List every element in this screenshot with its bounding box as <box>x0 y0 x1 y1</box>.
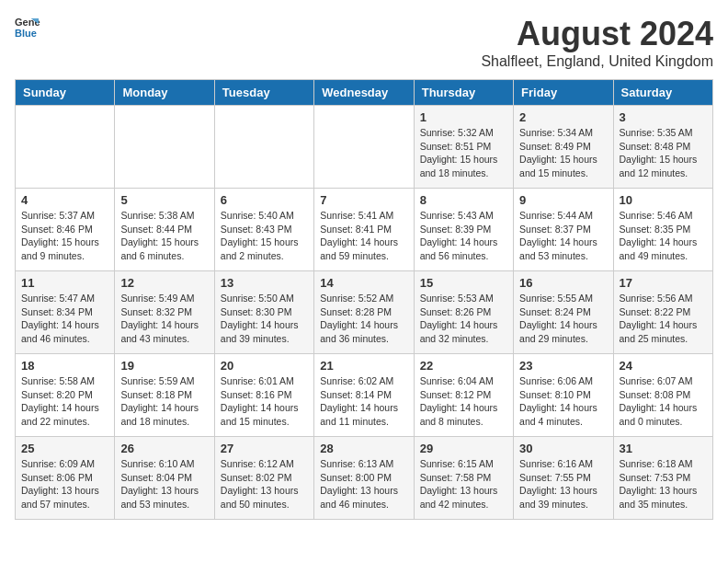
day-number: 9 <box>519 193 607 207</box>
day-number: 3 <box>620 110 707 124</box>
main-title: August 2024 <box>481 15 713 53</box>
day-info: Sunrise: 5:34 AM Sunset: 8:49 PM Dayligh… <box>519 126 607 180</box>
day-number: 23 <box>519 359 607 373</box>
calendar-cell <box>16 106 115 189</box>
day-number: 1 <box>420 110 507 124</box>
day-number: 5 <box>120 193 208 207</box>
calendar-week-row: 1Sunrise: 5:32 AM Sunset: 8:51 PM Daylig… <box>16 106 713 189</box>
day-info: Sunrise: 5:40 AM Sunset: 8:43 PM Dayligh… <box>221 209 308 263</box>
day-info: Sunrise: 5:47 AM Sunset: 8:34 PM Dayligh… <box>21 292 108 346</box>
day-number: 11 <box>21 276 108 290</box>
day-info: Sunrise: 5:50 AM Sunset: 8:30 PM Dayligh… <box>221 292 308 346</box>
calendar-cell: 19Sunrise: 5:59 AM Sunset: 8:18 PM Dayli… <box>115 354 214 437</box>
calendar-week-row: 25Sunrise: 6:09 AM Sunset: 8:06 PM Dayli… <box>16 437 713 520</box>
header: General Blue August 2024 Shalfleet, Engl… <box>15 15 713 70</box>
calendar-week-row: 18Sunrise: 5:58 AM Sunset: 8:20 PM Dayli… <box>16 354 713 437</box>
calendar-cell: 31Sunrise: 6:18 AM Sunset: 7:53 PM Dayli… <box>613 437 712 520</box>
day-info: Sunrise: 6:15 AM Sunset: 7:58 PM Dayligh… <box>420 457 507 511</box>
day-info: Sunrise: 5:49 AM Sunset: 8:32 PM Dayligh… <box>120 292 208 346</box>
day-number: 24 <box>620 359 707 373</box>
calendar-week-row: 11Sunrise: 5:47 AM Sunset: 8:34 PM Dayli… <box>16 271 713 354</box>
day-number: 15 <box>420 276 507 290</box>
day-number: 19 <box>120 359 208 373</box>
day-number: 14 <box>320 276 407 290</box>
calendar-cell: 23Sunrise: 6:06 AM Sunset: 8:10 PM Dayli… <box>514 354 613 437</box>
day-info: Sunrise: 6:06 AM Sunset: 8:10 PM Dayligh… <box>519 374 607 429</box>
day-number: 26 <box>120 442 208 455</box>
day-info: Sunrise: 6:13 AM Sunset: 8:00 PM Dayligh… <box>320 457 407 511</box>
day-of-week-header: Monday <box>115 80 214 106</box>
sub-title: Shalfleet, England, United Kingdom <box>481 53 713 70</box>
day-number: 18 <box>21 359 108 373</box>
day-info: Sunrise: 5:56 AM Sunset: 8:22 PM Dayligh… <box>620 292 707 346</box>
day-info: Sunrise: 6:07 AM Sunset: 8:08 PM Dayligh… <box>620 374 707 429</box>
day-info: Sunrise: 5:41 AM Sunset: 8:41 PM Dayligh… <box>320 209 407 263</box>
day-of-week-header: Tuesday <box>214 80 313 106</box>
calendar-cell <box>115 106 214 189</box>
day-number: 17 <box>620 276 707 290</box>
calendar-cell: 9Sunrise: 5:44 AM Sunset: 8:37 PM Daylig… <box>514 189 613 271</box>
calendar-cell: 26Sunrise: 6:10 AM Sunset: 8:04 PM Dayli… <box>115 437 214 520</box>
calendar-cell: 1Sunrise: 5:32 AM Sunset: 8:51 PM Daylig… <box>414 106 513 189</box>
svg-text:Blue: Blue <box>15 28 37 39</box>
day-info: Sunrise: 5:43 AM Sunset: 8:39 PM Dayligh… <box>420 209 507 263</box>
day-info: Sunrise: 5:58 AM Sunset: 8:20 PM Dayligh… <box>21 374 108 429</box>
calendar-cell: 10Sunrise: 5:46 AM Sunset: 8:35 PM Dayli… <box>613 189 712 271</box>
day-number: 7 <box>320 193 407 207</box>
day-number: 20 <box>221 359 308 373</box>
day-info: Sunrise: 5:52 AM Sunset: 8:28 PM Dayligh… <box>320 292 407 346</box>
day-number: 29 <box>420 442 507 455</box>
day-info: Sunrise: 6:01 AM Sunset: 8:16 PM Dayligh… <box>221 374 308 429</box>
calendar-cell: 8Sunrise: 5:43 AM Sunset: 8:39 PM Daylig… <box>414 189 513 271</box>
calendar-cell: 30Sunrise: 6:16 AM Sunset: 7:55 PM Dayli… <box>514 437 613 520</box>
calendar-cell: 13Sunrise: 5:50 AM Sunset: 8:30 PM Dayli… <box>214 271 313 354</box>
calendar-cell: 21Sunrise: 6:02 AM Sunset: 8:14 PM Dayli… <box>314 354 414 437</box>
day-info: Sunrise: 5:59 AM Sunset: 8:18 PM Dayligh… <box>120 374 208 429</box>
day-info: Sunrise: 5:44 AM Sunset: 8:37 PM Dayligh… <box>519 209 607 263</box>
calendar-table: SundayMondayTuesdayWednesdayThursdayFrid… <box>15 79 713 520</box>
day-of-week-header: Sunday <box>16 80 115 106</box>
calendar-cell: 28Sunrise: 6:13 AM Sunset: 8:00 PM Dayli… <box>314 437 414 520</box>
day-number: 12 <box>120 276 208 290</box>
day-info: Sunrise: 6:16 AM Sunset: 7:55 PM Dayligh… <box>519 457 607 511</box>
calendar-cell: 27Sunrise: 6:12 AM Sunset: 8:02 PM Dayli… <box>214 437 313 520</box>
day-of-week-header: Saturday <box>613 80 712 106</box>
day-info: Sunrise: 6:09 AM Sunset: 8:06 PM Dayligh… <box>21 457 108 511</box>
calendar-cell: 12Sunrise: 5:49 AM Sunset: 8:32 PM Dayli… <box>115 271 214 354</box>
calendar-cell: 25Sunrise: 6:09 AM Sunset: 8:06 PM Dayli… <box>16 437 115 520</box>
calendar-cell: 15Sunrise: 5:53 AM Sunset: 8:26 PM Dayli… <box>414 271 513 354</box>
day-number: 10 <box>620 193 707 207</box>
calendar-cell: 20Sunrise: 6:01 AM Sunset: 8:16 PM Dayli… <box>214 354 313 437</box>
day-info: Sunrise: 6:04 AM Sunset: 8:12 PM Dayligh… <box>420 374 507 429</box>
title-area: August 2024 Shalfleet, England, United K… <box>481 15 713 70</box>
calendar-cell: 6Sunrise: 5:40 AM Sunset: 8:43 PM Daylig… <box>214 189 313 271</box>
day-info: Sunrise: 5:32 AM Sunset: 8:51 PM Dayligh… <box>420 126 507 180</box>
day-of-week-header: Thursday <box>414 80 513 106</box>
day-info: Sunrise: 5:38 AM Sunset: 8:44 PM Dayligh… <box>120 209 208 263</box>
logo-icon: General Blue <box>15 15 40 40</box>
day-of-week-header: Wednesday <box>314 80 414 106</box>
calendar-cell: 4Sunrise: 5:37 AM Sunset: 8:46 PM Daylig… <box>16 189 115 271</box>
day-info: Sunrise: 6:12 AM Sunset: 8:02 PM Dayligh… <box>221 457 308 511</box>
day-number: 21 <box>320 359 407 373</box>
calendar-header-row: SundayMondayTuesdayWednesdayThursdayFrid… <box>16 80 713 106</box>
day-number: 16 <box>519 276 607 290</box>
day-number: 8 <box>420 193 507 207</box>
day-number: 22 <box>420 359 507 373</box>
day-number: 27 <box>221 442 308 455</box>
day-number: 4 <box>21 193 108 207</box>
calendar-cell: 14Sunrise: 5:52 AM Sunset: 8:28 PM Dayli… <box>314 271 414 354</box>
day-info: Sunrise: 5:53 AM Sunset: 8:26 PM Dayligh… <box>420 292 507 346</box>
calendar-cell <box>314 106 414 189</box>
calendar-cell: 29Sunrise: 6:15 AM Sunset: 7:58 PM Dayli… <box>414 437 513 520</box>
day-info: Sunrise: 6:10 AM Sunset: 8:04 PM Dayligh… <box>120 457 208 511</box>
calendar-week-row: 4Sunrise: 5:37 AM Sunset: 8:46 PM Daylig… <box>16 189 713 271</box>
day-of-week-header: Friday <box>514 80 613 106</box>
calendar-cell: 18Sunrise: 5:58 AM Sunset: 8:20 PM Dayli… <box>16 354 115 437</box>
calendar-body: 1Sunrise: 5:32 AM Sunset: 8:51 PM Daylig… <box>16 106 713 520</box>
calendar-cell: 7Sunrise: 5:41 AM Sunset: 8:41 PM Daylig… <box>314 189 414 271</box>
calendar-cell <box>214 106 313 189</box>
calendar-cell: 17Sunrise: 5:56 AM Sunset: 8:22 PM Dayli… <box>613 271 712 354</box>
day-number: 25 <box>21 442 108 455</box>
calendar-cell: 5Sunrise: 5:38 AM Sunset: 8:44 PM Daylig… <box>115 189 214 271</box>
